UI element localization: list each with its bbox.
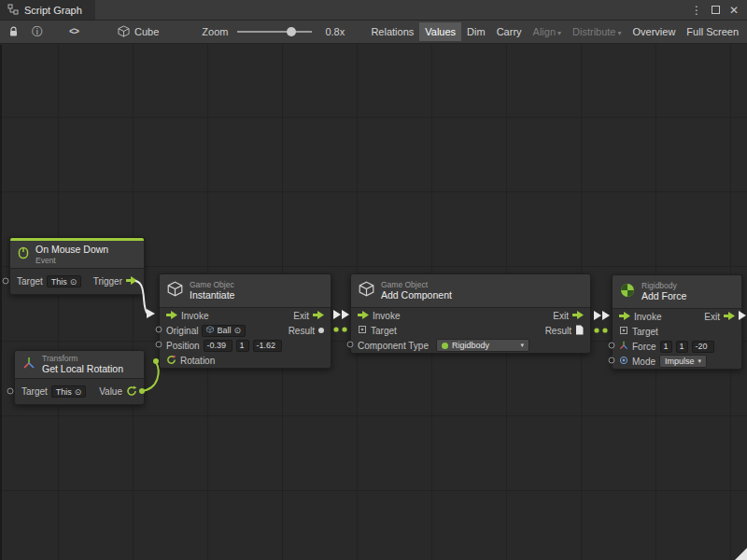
toolbar-button-relations[interactable]: Relations (365, 22, 419, 41)
node-category: Game Objec (190, 280, 234, 289)
invoke-label: Invoke (634, 312, 661, 322)
invoke-port-icon[interactable] (619, 312, 630, 322)
rigidbody-icon (620, 283, 635, 301)
object-picker-icon[interactable]: ⊙ (233, 326, 241, 335)
target-icon[interactable] (358, 325, 367, 336)
mode-row: Mode Impulse ▾ (613, 354, 741, 369)
result-label: Result (545, 326, 571, 336)
chevron-down-icon: ▾ (520, 342, 524, 349)
force-z-field[interactable]: -20 (692, 341, 714, 353)
toolbar-button-values[interactable]: Values (419, 22, 461, 41)
node-on-mouse-down[interactable]: On Mouse Down Event Target This ⊙ Trigge… (9, 237, 145, 295)
rotation-row: Rotation (160, 353, 331, 368)
force-y-field[interactable]: 1 (676, 341, 688, 353)
info-icon[interactable]: ⓘ (32, 24, 43, 40)
cube-icon (359, 281, 374, 301)
mouse-icon (18, 246, 29, 263)
node-instantiate[interactable]: Game Objec Instantiate Invoke Exit Origi… (159, 273, 331, 369)
node-add-component[interactable]: Game Object Add Component Invoke Exit Ta… (350, 273, 591, 354)
invoke-row: Invoke Exit (160, 308, 331, 323)
target-row: Target This ⊙ Trigger (10, 269, 144, 294)
input-port[interactable] (609, 357, 615, 364)
component-type-row: Component Type Rigidbody ▾ (351, 338, 590, 353)
zoom-slider-handle[interactable] (287, 27, 296, 36)
toolbar-button-fullscreen[interactable]: Full Screen (681, 22, 744, 41)
tab-script-graph[interactable]: Script Graph (0, 0, 95, 20)
position-x-field[interactable]: -0.39 (204, 340, 233, 352)
node-get-local-rotation[interactable]: Transform Get Local Rotation Target This… (14, 350, 145, 405)
toolbar-button-align[interactable]: Align▾ (528, 22, 567, 41)
cube-icon (118, 25, 130, 39)
target-value-chip[interactable]: This ⊙ (51, 385, 87, 398)
invoke-port-icon[interactable] (166, 311, 177, 321)
input-port[interactable] (609, 343, 615, 349)
component-type-label: Component Type (358, 341, 429, 351)
chip-text: This (51, 277, 67, 287)
toolbar-buttons: Relations Values Dim Carry Align▾ Distri… (365, 22, 744, 41)
exit-label: Exit (293, 311, 309, 321)
mode-icon (619, 356, 628, 367)
invoke-label: Invoke (181, 311, 208, 321)
code-view-icon[interactable]: <> (69, 27, 78, 37)
input-port[interactable] (156, 342, 162, 348)
target-label: Target (21, 386, 48, 397)
node-header: On Mouse Down Event (10, 241, 144, 269)
input-port[interactable] (347, 342, 354, 348)
toolbar-button-overview[interactable]: Overview (627, 22, 682, 41)
dropdown-value: Impulse (665, 357, 695, 366)
exit-port-icon[interactable] (724, 312, 735, 322)
position-z-field[interactable]: -1.62 (253, 340, 282, 352)
object-picker-icon[interactable]: ⊙ (70, 277, 78, 287)
node-title: On Mouse Down (35, 244, 108, 256)
position-y-field[interactable]: 1 (236, 340, 249, 352)
invoke-port-icon[interactable] (358, 311, 369, 321)
node-subtitle: Event (35, 256, 108, 265)
input-port[interactable] (3, 278, 9, 285)
transform-icon (22, 357, 35, 373)
lock-icon[interactable] (8, 26, 19, 37)
force-label: Force (632, 342, 656, 352)
game-object-icon (206, 326, 214, 335)
exit-port-icon[interactable] (313, 311, 324, 321)
kebab-menu-icon[interactable]: ⋮ (689, 3, 704, 18)
node-header: Game Objec Instantiate (160, 274, 331, 308)
rotation-port-icon[interactable] (126, 385, 137, 399)
trigger-port-icon[interactable] (126, 276, 137, 287)
component-icon (442, 343, 448, 349)
node-add-force[interactable]: Rigidbody Add Force Invoke Exit Target F… (612, 274, 742, 370)
component-type-dropdown[interactable]: Rigidbody ▾ (436, 339, 529, 352)
cube-icon (167, 281, 183, 301)
input-port[interactable] (156, 327, 162, 333)
mode-dropdown[interactable]: Impulse ▾ (659, 355, 707, 368)
node-title: Add Force (641, 290, 686, 302)
zoom-slider-track (237, 31, 312, 33)
maximize-icon[interactable] (708, 3, 723, 18)
target-icon[interactable] (619, 326, 628, 337)
graph-target-group[interactable]: Cube (118, 25, 159, 39)
target-row: Target Result (351, 323, 590, 338)
value-label: Value (99, 386, 122, 397)
object-picker-icon[interactable]: ⊙ (75, 387, 82, 397)
toolbar-button-carry[interactable]: Carry (491, 22, 528, 41)
rotation-port-icon[interactable] (166, 355, 176, 367)
zoom-slider[interactable] (237, 26, 312, 37)
result-port[interactable] (318, 328, 324, 333)
resize-grip[interactable] (735, 548, 747, 560)
target-row: Target This ⊙ Value (15, 379, 144, 404)
target-value-chip[interactable]: This ⊙ (47, 275, 82, 287)
window-controls: ⋮ ✕ (689, 3, 747, 18)
force-x-field[interactable]: 1 (660, 341, 672, 353)
align-label: Align (533, 26, 556, 37)
mode-label: Mode (632, 357, 655, 367)
script-graph-icon (7, 4, 19, 17)
dropdown-value: Rigidbody (452, 341, 489, 350)
input-port[interactable] (7, 388, 14, 395)
result-doc-icon[interactable] (575, 325, 584, 337)
node-category: Game Object (381, 280, 452, 289)
toolbar-button-dim[interactable]: Dim (461, 22, 491, 41)
node-header: Rigidbody Add Force (613, 275, 741, 309)
exit-port-icon[interactable] (572, 311, 584, 321)
close-icon[interactable]: ✕ (726, 3, 741, 18)
toolbar-button-distribute[interactable]: Distribute▾ (567, 22, 627, 41)
original-value-chip[interactable]: Ball ⊙ (202, 325, 246, 337)
